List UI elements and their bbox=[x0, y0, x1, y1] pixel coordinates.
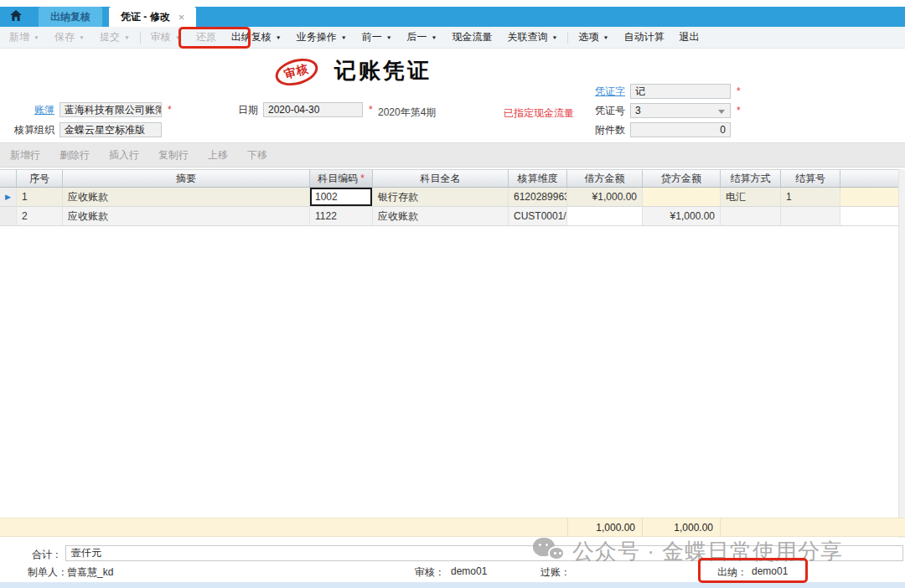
options-button[interactable]: 选项 ▼ bbox=[571, 27, 616, 48]
required-mark: * bbox=[737, 105, 741, 116]
save-button[interactable]: 保存 ▼ bbox=[47, 27, 92, 48]
column-header-summary[interactable]: 摘要 bbox=[63, 170, 310, 187]
audit-button[interactable]: 审核 ▼ bbox=[143, 27, 189, 48]
insert-row-button[interactable]: 插入行 bbox=[109, 148, 139, 162]
restore-button[interactable]: 还原 bbox=[189, 27, 224, 48]
column-header-dimension[interactable]: 核算维度 bbox=[509, 170, 567, 187]
delete-row-button[interactable]: 删除行 bbox=[59, 148, 90, 162]
cell-settlement[interactable] bbox=[721, 207, 781, 226]
cell-debit[interactable] bbox=[567, 207, 643, 226]
button-label: 提交 bbox=[100, 30, 120, 44]
column-header-seq[interactable]: 序号 bbox=[17, 170, 63, 187]
org-input[interactable]: 金蝶云星空标准版 bbox=[59, 122, 162, 137]
voucher-word-link[interactable]: 凭证字 bbox=[587, 85, 625, 99]
cashier-review-button[interactable]: 出纳复核 ▼ bbox=[224, 27, 289, 48]
cell-credit[interactable]: ¥1,000.00 bbox=[643, 207, 721, 226]
chevron-down-icon: ▼ bbox=[79, 35, 85, 40]
account-book-link[interactable]: 账簿 bbox=[7, 103, 54, 117]
cashier-value: demo01 bbox=[752, 565, 788, 577]
exit-button[interactable]: 退出 bbox=[671, 27, 706, 48]
auditor-value: demo01 bbox=[451, 565, 487, 577]
cell-settlement[interactable]: 电汇 bbox=[721, 188, 781, 207]
column-header-debit[interactable]: 借方金额 bbox=[567, 170, 643, 187]
voucher-no-select[interactable]: 3 bbox=[630, 103, 731, 118]
new-button[interactable]: 新增 ▼ bbox=[2, 27, 47, 48]
org-label: 核算组织 bbox=[7, 123, 54, 137]
column-header-settlement[interactable]: 结算方式 bbox=[721, 170, 781, 187]
cell-extra[interactable] bbox=[840, 207, 898, 226]
chevron-down-icon: ▼ bbox=[34, 35, 39, 40]
org-field-group: 核算组织 金蝶云星空标准版 bbox=[7, 122, 162, 137]
business-ops-button[interactable]: 业务操作 ▼ bbox=[289, 27, 354, 48]
auto-calc-button[interactable]: 自动计算 bbox=[616, 27, 671, 48]
submit-button[interactable]: 提交 ▼ bbox=[92, 27, 137, 48]
date-input[interactable]: 2020-04-30 bbox=[263, 102, 363, 117]
account-book-input[interactable]: 蓝海科技有限公司账簿 bbox=[59, 102, 162, 117]
move-up-button[interactable]: 上移 bbox=[208, 148, 228, 162]
column-header-account-code[interactable]: 科目编码 * bbox=[310, 170, 373, 187]
cell-summary[interactable]: 应收账款 bbox=[63, 207, 310, 226]
column-header-credit[interactable]: 贷方金额 bbox=[643, 170, 721, 187]
cell-seq[interactable]: 1 bbox=[17, 188, 63, 207]
cell-extra[interactable] bbox=[840, 188, 898, 207]
attachment-field-group: 附件数 0 bbox=[587, 122, 731, 137]
toolbar-separator bbox=[567, 32, 568, 44]
row-marker-cell[interactable]: ▶ bbox=[0, 188, 17, 207]
tab-cashier-review[interactable]: 出纳复核 bbox=[39, 7, 102, 27]
required-mark: * bbox=[168, 104, 172, 116]
tab-bar: 出纳复核 凭证 - 修改 × bbox=[0, 7, 905, 27]
selected-cell[interactable]: 1002 bbox=[310, 188, 372, 206]
page-title: 记账凭证 bbox=[334, 56, 432, 85]
column-header-settlement-no[interactable]: 结算号 bbox=[781, 170, 840, 187]
button-label: 退出 bbox=[679, 30, 699, 44]
audit-stamp: 审核 bbox=[272, 54, 321, 90]
totals-row: 1,000.00 1,000.00 bbox=[0, 518, 905, 537]
cell-credit[interactable] bbox=[643, 188, 721, 207]
total-in-words-input[interactable]: 壹仟元 bbox=[65, 545, 903, 561]
cell-debit[interactable]: ¥1,000.00 bbox=[567, 188, 643, 207]
add-row-button[interactable]: 新增行 bbox=[10, 148, 40, 162]
copy-row-button[interactable]: 复制行 bbox=[158, 148, 189, 162]
cell-account-name[interactable]: 应收账款 bbox=[373, 207, 509, 226]
next-button[interactable]: 后一 ▼ bbox=[400, 27, 445, 48]
vertical-scrollbar[interactable] bbox=[898, 169, 905, 538]
related-query-button[interactable]: 关联查询 ▼ bbox=[500, 27, 566, 48]
current-row-icon: ▶ bbox=[5, 193, 11, 201]
column-header-account-name[interactable]: 科目全名 bbox=[373, 170, 509, 187]
cell-seq[interactable]: 2 bbox=[17, 207, 63, 226]
button-label: 关联查询 bbox=[508, 30, 548, 44]
button-label: 前一 bbox=[362, 30, 382, 44]
totals-spacer bbox=[721, 518, 905, 536]
toolbar-separator bbox=[140, 32, 141, 44]
cell-account-code[interactable]: 1122 bbox=[310, 207, 373, 226]
tab-label: 出纳复核 bbox=[50, 10, 90, 24]
auditor-label: 审核： bbox=[415, 565, 445, 580]
account-book-field-group: 账簿 蓝海科技有限公司账簿 * bbox=[7, 102, 172, 117]
cell-account-name[interactable]: 银行存款 bbox=[373, 188, 509, 207]
cashier-label: 出纳： bbox=[717, 565, 747, 580]
date-field-group: 日期 2020-04-30 * bbox=[237, 102, 373, 117]
cell-settlement-no[interactable]: 1 bbox=[781, 188, 840, 207]
attachment-input[interactable]: 0 bbox=[630, 122, 731, 137]
tab-home[interactable] bbox=[0, 7, 32, 27]
row-marker-cell[interactable] bbox=[0, 207, 17, 226]
chevron-down-icon: ▼ bbox=[602, 35, 608, 40]
move-down-button[interactable]: 下移 bbox=[247, 148, 267, 162]
cash-flow-button[interactable]: 现金流量 bbox=[445, 27, 500, 48]
prev-button[interactable]: 前一 ▼ bbox=[354, 27, 400, 48]
cell-settlement-no[interactable] bbox=[781, 207, 840, 226]
close-icon[interactable]: × bbox=[178, 12, 185, 23]
cell-dimension[interactable]: 61202899635 bbox=[509, 188, 567, 207]
cell-account-code[interactable]: 1002 bbox=[310, 188, 373, 207]
tab-voucher-edit[interactable]: 凭证 - 修改 × bbox=[109, 7, 196, 27]
chevron-down-icon: ▼ bbox=[386, 35, 392, 40]
date-label: 日期 bbox=[237, 103, 258, 117]
total-credit: 1,000.00 bbox=[643, 518, 721, 536]
preparer-value: 曾嘉慧_kd bbox=[67, 565, 113, 580]
cell-summary[interactable]: 应收账款 bbox=[63, 188, 310, 207]
chevron-down-icon[interactable] bbox=[718, 110, 725, 114]
voucher-word-input[interactable]: 记 bbox=[630, 84, 731, 99]
home-icon bbox=[10, 10, 22, 23]
voucher-no-field-group: 凭证号 3 * bbox=[587, 103, 741, 118]
cell-dimension[interactable]: CUST0001/东 bbox=[509, 207, 567, 226]
